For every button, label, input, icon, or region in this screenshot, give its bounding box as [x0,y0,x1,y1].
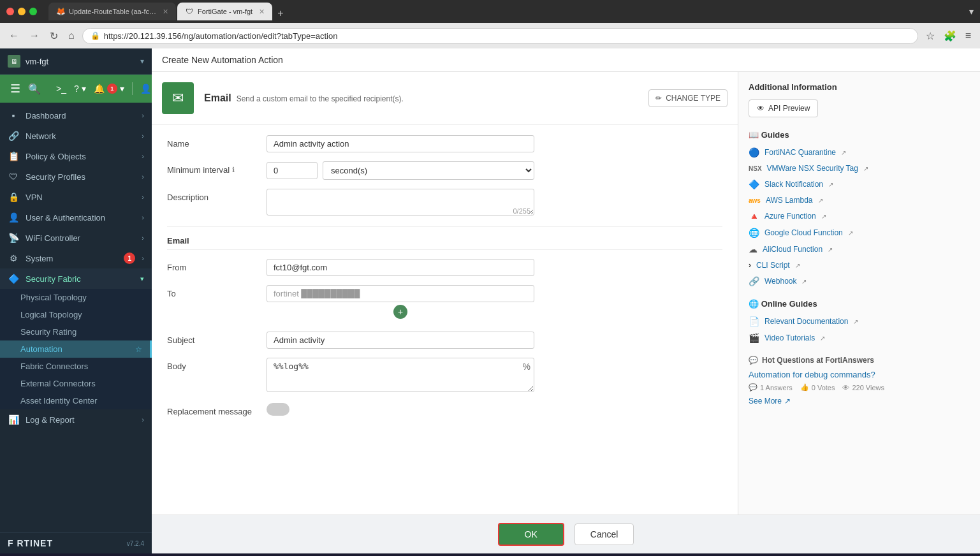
sidebar-item-label: Security Profiles [26,172,135,182]
description-textarea[interactable] [267,189,534,216]
hot-questions-section: 💬 Hot Questions at FortiAnswers Automati… [749,356,970,406]
address-bar[interactable]: 🔒 https://20.121.39.156/ng/automation/ac… [82,28,918,44]
sidebar-item-external-connectors[interactable]: External Connectors [0,375,152,392]
sidebar-item-logical-topology[interactable]: Logical Topology [0,306,152,323]
notifications-button[interactable]: 🔔 1 ▾ [94,84,124,94]
sidebar-item-security-rating[interactable]: Security Rating [0,323,152,340]
guide-fortiNAC[interactable]: 🔵 FortiNAC Quarantine ↗ [749,147,970,157]
guide-azure[interactable]: 🔺 Azure Function ↗ [749,211,970,221]
close-traffic-light[interactable] [6,8,14,15]
see-more-link[interactable]: See More ↗ [749,397,970,406]
min-interval-unit-select[interactable]: second(s) minute(s) hour(s) [323,161,534,180]
ok-button[interactable]: OK [498,523,564,546]
tab-1-close[interactable]: ✕ [163,8,168,16]
guide-vmware-nsx[interactable]: NSX VMWare NSX Security Tag ↗ [749,164,970,173]
sidebar-item-label: WiFi Controller [26,233,135,243]
guide-google-cloud[interactable]: 🌐 Google Cloud Function ↗ [749,228,970,238]
sidebar-item-network[interactable]: 🔗 Network › [0,126,152,146]
guide-cli-script[interactable]: › CLI Script ↗ [749,261,970,270]
form-row-body: Body %%log%% % [167,358,722,394]
cancel-button[interactable]: Cancel [574,523,634,545]
body-percent-icon[interactable]: % [523,362,530,372]
main-content: Create New Automation Action ✉ Email Sen… [152,48,980,553]
notification-icon: 🔔 [94,84,105,94]
min-interval-info-icon[interactable]: ℹ [232,166,235,174]
home-button[interactable]: ⌂ [66,27,77,44]
subitem-label: Physical Topology [20,293,87,302]
sidebar-item-dashboard[interactable]: ▪ Dashboard › [0,105,152,126]
notification-dropdown: ▾ [120,84,124,94]
add-tab-button[interactable]: + [274,6,287,20]
to-input[interactable] [267,285,534,302]
dashboard-arrow: › [142,112,144,119]
guide-webhook[interactable]: 🔗 Webhook ↗ [749,276,970,286]
votes-stat: 👍 0 Votes [800,383,835,391]
guide-alicloud[interactable]: ☁ AliCloud Function ↗ [749,244,970,254]
sidebar-item-automation[interactable]: Automation ☆ [0,340,152,358]
tab-list-dropdown[interactable]: ▾ [969,6,974,17]
subitem-label: External Connectors [20,379,96,388]
sidebar-item-user-auth[interactable]: 👤 User & Authentication › [0,207,152,228]
forward-button[interactable]: → [27,27,42,44]
guide-slack[interactable]: 🔷 Slack Notification ↗ [749,179,970,189]
sidebar-version: v7.2.4 [127,540,144,547]
topbar-search-button[interactable]: 🔍 [28,83,41,95]
sidebar-item-security-fabric[interactable]: 🔷 Security Fabric ▾ [0,268,152,289]
body-textarea[interactable]: %%log%% [267,358,534,392]
guide-relevant-docs[interactable]: 📄 Relevant Documentation ↗ [749,316,970,326]
bookmark-button[interactable]: ☆ [923,27,937,45]
hamburger-button[interactable]: ☰ [10,82,20,96]
sidebar-item-label: VPN [26,193,135,202]
guide-aws-lambda[interactable]: aws AWS Lambda ↗ [749,196,970,205]
reload-button[interactable]: ↻ [47,27,61,45]
policy-arrow: › [142,152,144,160]
change-type-button[interactable]: ✏ CHANGE TYPE [648,89,728,107]
min-interval-input[interactable] [267,162,318,179]
sidebar-header[interactable]: 🖥 vm-fgt ▾ [0,48,152,75]
guide-video-tutorials[interactable]: 🎬 Video Tutorials ↗ [749,333,970,343]
back-button[interactable]: ← [6,27,22,44]
sidebar-item-system[interactable]: ⚙ System 1 › [0,248,152,268]
sidebar: 🖥 vm-fgt ▾ ☰ 🔍 >_ ? ▾ 🔔 1 ▾ [0,48,152,553]
browser-menu-button[interactable]: ≡ [963,27,974,44]
sidebar-device-chevron[interactable]: ▾ [140,57,144,66]
add-to-button[interactable]: + [393,305,407,319]
browser-tab-2[interactable]: 🛡 FortiGate - vm-fgt ✕ [177,3,272,20]
hot-question-link[interactable]: Automation for debug commands? [749,370,970,379]
sidebar-item-asset-identity[interactable]: Asset Identity Center [0,392,152,409]
help-button[interactable]: ? ▾ [74,84,86,94]
minimize-traffic-light[interactable] [18,8,26,15]
api-preview-button[interactable]: 👁 API Preview [749,99,818,117]
browser-tab-1[interactable]: 🦊 Update-RouteTable (aa-fct10/U... ✕ [48,3,176,20]
sidebar-item-physical-topology[interactable]: Physical Topology [0,289,152,306]
from-input[interactable] [267,259,534,276]
name-input[interactable] [267,135,534,152]
extension-button[interactable]: 🧩 [941,27,959,45]
help-icon: ? [74,84,79,94]
tab-2-close[interactable]: ✕ [259,8,265,16]
form-type-title: Email [204,92,231,104]
external-link-icon: ↗ [818,197,823,204]
sidebar-item-policy-objects[interactable]: 📋 Policy & Objects › [0,146,152,166]
sidebar-item-fabric-connectors[interactable]: Fabric Connectors [0,358,152,375]
maximize-traffic-light[interactable] [29,8,37,15]
replacement-toggle-switch[interactable] [267,403,289,416]
sidebar-device: 🖥 vm-fgt [8,55,48,68]
answers-stat: 💬 1 Answers [749,383,793,391]
cli-button[interactable]: >_ [56,84,66,94]
sidebar-item-security-profiles[interactable]: 🛡 Security Profiles › [0,166,152,187]
subitem-label: Logical Topology [20,310,82,319]
right-panel: Additional Information 👁 API Preview 📖 G… [738,72,980,515]
sidebar-item-log-report[interactable]: 📊 Log & Report › [0,409,152,430]
views-stat: 👁 220 Views [842,383,884,391]
views-count: 220 Views [852,384,884,391]
sidebar-footer: F RTINET v7.2.4 [0,532,152,553]
sidebar-item-wifi[interactable]: 📡 WiFi Controller › [0,228,152,248]
sidebar-item-vpn[interactable]: 🔒 VPN › [0,187,152,207]
subject-input[interactable] [267,332,534,349]
online-guides-title: 🌐 Online Guides [749,299,970,309]
replacement-label: Replacement message [167,403,256,416]
external-link-icon: ↗ [841,149,846,156]
description-count: 0/255 [513,207,530,215]
votes-count: 0 Votes [812,384,835,391]
